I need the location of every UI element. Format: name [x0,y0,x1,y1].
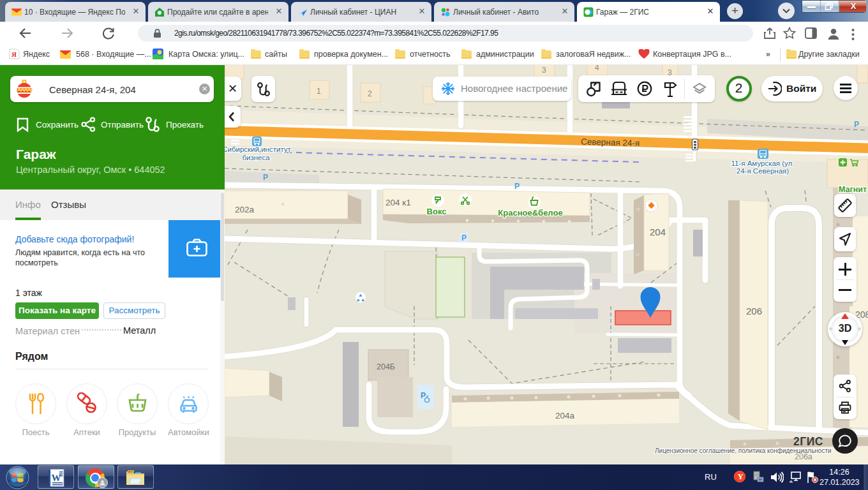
svg-text:2ГИС: 2ГИС [793,435,823,448]
svg-text:бизнеса: бизнеса [242,154,270,161]
svg-text:204 к1: 204 к1 [385,198,411,207]
svg-text:P: P [461,234,467,242]
svg-text:206: 206 [746,306,762,316]
svg-text:Лицензионное соглашение, полит: Лицензионное соглашение, политика конфид… [655,447,832,454]
svg-text:P: P [263,173,268,182]
svg-text:P: P [514,182,520,191]
svg-text:204а: 204а [555,411,575,420]
svg-text:Я: Я [11,50,17,58]
svg-text:Магнит: Магнит [839,185,867,194]
svg-text:204: 204 [650,226,666,237]
svg-text:Красное&белое: Красное&белое [498,208,562,218]
svg-text:3: 3 [542,66,546,75]
svg-text:2: 2 [368,89,372,98]
svg-text:P: P [854,120,859,129]
svg-text:Сибирский институт: Сибирский институт [225,145,292,153]
svg-text:204Б: 204Б [377,362,395,371]
svg-text:11-я Амурская (ул.: 11-я Амурская (ул. [731,160,795,167]
svg-text:Северная 24-я: Северная 24-я [581,137,640,148]
svg-text:1: 1 [317,87,321,96]
svg-text:24-я Северная): 24-я Северная) [737,167,789,175]
svg-text:202а: 202а [235,205,255,214]
svg-text:Вокс: Вокс [427,207,447,216]
svg-text:4: 4 [595,65,599,72]
